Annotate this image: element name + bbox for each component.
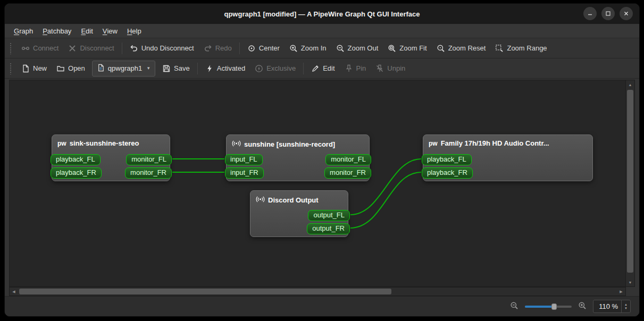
- vertical-scroll-thumb[interactable]: [627, 90, 633, 273]
- minimize-button[interactable]: [583, 7, 597, 20]
- toolbar-main: Connect Disconnect Undo Disconnect Redo …: [5, 38, 639, 58]
- horizontal-scrollbar[interactable]: ◀ ▶: [9, 287, 626, 296]
- graph-port-input[interactable]: playback_FR: [51, 167, 102, 179]
- zoom-reset-icon: [437, 44, 445, 53]
- vertical-scrollbar[interactable]: ▲ ▼: [626, 80, 635, 287]
- edit-button[interactable]: Edit: [306, 61, 339, 76]
- edit-pencil-icon: [311, 64, 320, 73]
- pipewire-icon: pw: [429, 140, 438, 147]
- node-header: pw Family 17h/19h HD Audio Contr...: [423, 135, 592, 149]
- menu-edit[interactable]: Edit: [76, 24, 97, 38]
- menu-patchbay[interactable]: Patchbay: [38, 24, 76, 38]
- save-icon: [162, 64, 171, 73]
- zoom-range-icon: [495, 44, 504, 53]
- chevron-down-icon: ▼: [145, 66, 150, 71]
- zoom-fit-button[interactable]: Zoom Fit: [383, 41, 431, 56]
- menubar: Graph Patchbay Edit View Help: [5, 24, 639, 38]
- patchbay-file-icon: [97, 64, 105, 73]
- pipewire-icon: pw: [57, 140, 66, 147]
- toolbar-patchbay: New Open qpwgraph1 ▼ Save Activated Excl…: [5, 58, 639, 79]
- center-button[interactable]: Center: [242, 41, 285, 56]
- exclusive-toggle[interactable]: Exclusive: [250, 61, 300, 76]
- redo-button[interactable]: Redo: [199, 41, 237, 56]
- spin-down-arrow[interactable]: ▼: [624, 307, 628, 310]
- new-button[interactable]: New: [16, 61, 52, 76]
- zoom-in-button[interactable]: Zoom In: [285, 41, 331, 56]
- titlebar[interactable]: qpwgraph1 [modified] — A PipeWire Graph …: [5, 4, 639, 24]
- graph-port-output[interactable]: monitor_FL: [325, 154, 371, 165]
- spinbox-arrows: ▲ ▼: [621, 300, 630, 312]
- content-area: pw sink-sunshine-stereo playback_FL play…: [5, 79, 639, 287]
- toolbar-drag-handle[interactable]: [10, 43, 12, 54]
- disconnect-icon: [68, 44, 77, 53]
- graph-canvas[interactable]: pw sink-sunshine-stereo playback_FL play…: [9, 80, 626, 287]
- exclusive-icon: [255, 64, 263, 73]
- graph-port-output[interactable]: monitor_FR: [125, 167, 172, 179]
- zoom-out-button[interactable]: Zoom Out: [331, 41, 383, 56]
- graph-port-input[interactable]: playback_FL: [422, 154, 472, 165]
- scroll-left-arrow[interactable]: ◀: [10, 288, 18, 296]
- spin-up-arrow[interactable]: ▲: [624, 303, 628, 306]
- undo-icon: [130, 44, 138, 53]
- zoom-percent-spinbox[interactable]: 110 % ▲ ▼: [593, 300, 631, 313]
- zoom-out-icon: [336, 44, 345, 53]
- toolbar-separator: [239, 43, 240, 54]
- zoom-in-small-icon[interactable]: [578, 301, 587, 312]
- scroll-up-arrow[interactable]: ▲: [626, 80, 634, 89]
- app-window: qpwgraph1 [modified] — A PipeWire Graph …: [4, 3, 640, 317]
- menu-view[interactable]: View: [98, 24, 122, 38]
- graph-port-output[interactable]: monitor_FL: [126, 154, 172, 165]
- activated-toggle[interactable]: Activated: [200, 61, 250, 76]
- scroll-right-arrow[interactable]: ▶: [617, 288, 625, 296]
- zoom-slider-handle[interactable]: [551, 303, 557, 310]
- node-title-text: sink-sunshine-stereo: [70, 139, 139, 147]
- node-title-text: sunshine [sunshine-record]: [244, 140, 335, 148]
- disconnect-button[interactable]: Disconnect: [63, 41, 119, 56]
- scroll-down-arrow[interactable]: ▼: [626, 278, 634, 286]
- zoom-slider-fill: [525, 306, 554, 308]
- node-header: pw sink-sunshine-stereo: [52, 135, 170, 149]
- patchbay-selector[interactable]: qpwgraph1 ▼: [92, 61, 155, 77]
- graph-port-output[interactable]: monitor_FR: [324, 167, 371, 179]
- zoom-slider[interactable]: [525, 303, 572, 310]
- connect-button[interactable]: Connect: [16, 41, 63, 56]
- close-button[interactable]: [620, 7, 633, 20]
- menu-help[interactable]: Help: [122, 24, 146, 38]
- node-discord-output[interactable]: Discord Output output_FL output_FR: [250, 190, 348, 237]
- pin-button[interactable]: Pin: [340, 61, 371, 76]
- activated-icon: [205, 64, 214, 73]
- graph-port-input[interactable]: playback_FL: [51, 154, 101, 165]
- graph-port-output[interactable]: output_FR: [307, 223, 350, 234]
- graph-port-input[interactable]: playback_FR: [422, 167, 473, 179]
- node-header: Discord Output: [250, 191, 348, 207]
- window-controls: [583, 7, 633, 20]
- redo-icon: [204, 44, 212, 53]
- unpin-button[interactable]: Unpin: [371, 61, 410, 76]
- node-sink-sunshine-stereo[interactable]: pw sink-sunshine-stereo playback_FL play…: [52, 134, 170, 181]
- toolbar-drag-handle[interactable]: [10, 63, 12, 74]
- connection-wires: [10, 80, 625, 286]
- window-title: qpwgraph1 [modified] — A PipeWire Graph …: [224, 10, 420, 18]
- open-folder-icon: [56, 64, 65, 73]
- zoom-reset-button[interactable]: Zoom Reset: [432, 41, 491, 56]
- open-button[interactable]: Open: [52, 61, 90, 76]
- menu-graph[interactable]: Graph: [9, 24, 38, 38]
- node-title-text: Discord Output: [268, 196, 319, 204]
- zoom-range-button[interactable]: Zoom Range: [490, 41, 551, 56]
- graph-port-input[interactable]: input_FL: [225, 154, 263, 165]
- toolbar-separator: [197, 63, 198, 74]
- new-file-icon: [21, 64, 30, 73]
- undo-disconnect-button[interactable]: Undo Disconnect: [125, 41, 199, 56]
- zoom-in-icon: [289, 44, 298, 53]
- graph-port-output[interactable]: output_FL: [308, 210, 350, 221]
- node-sunshine-record[interactable]: sunshine [sunshine-record] input_FL inpu…: [226, 134, 370, 181]
- pin-icon: [345, 64, 353, 73]
- node-family-hd-audio[interactable]: pw Family 17h/19h HD Audio Contr... play…: [423, 134, 593, 181]
- scrollbar-corner: [626, 287, 635, 296]
- save-button[interactable]: Save: [157, 61, 195, 76]
- graph-port-input[interactable]: input_FR: [225, 167, 264, 179]
- maximize-button[interactable]: [601, 7, 615, 20]
- zoom-out-small-icon[interactable]: [510, 301, 518, 312]
- audio-monitor-icon: [232, 139, 241, 149]
- horizontal-scroll-thumb[interactable]: [19, 289, 391, 294]
